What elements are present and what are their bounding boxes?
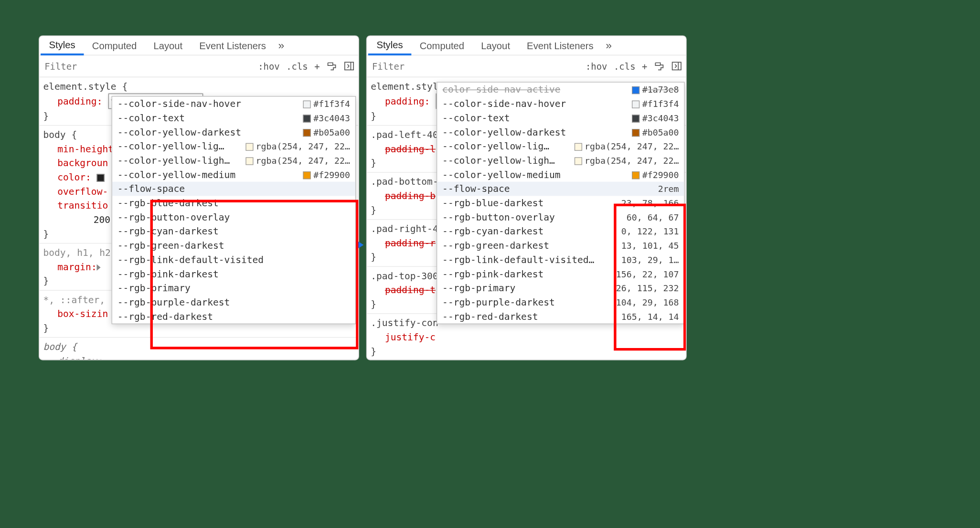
toggle-sidebar-icon[interactable] bbox=[344, 61, 355, 72]
dropdown-item[interactable]: --rgb-green-darkest13, 101, 45 bbox=[437, 239, 684, 253]
dropdown-item[interactable]: --rgb-purple-darkest104, 29, 168 bbox=[437, 295, 684, 309]
dropdown-item[interactable]: --rgb-button-overlay60, 64, 67 bbox=[437, 210, 684, 224]
tab-layout[interactable]: Layout bbox=[145, 36, 191, 55]
dropdown-item[interactable]: --flow-space2rem bbox=[437, 182, 684, 196]
prop-padding-top[interactable]: padding-t bbox=[385, 285, 436, 296]
prop-padding-left[interactable]: padding-l bbox=[385, 144, 436, 154]
prop-justify[interactable]: justify-c bbox=[371, 330, 682, 344]
styles-body: element.style { padding: var(--color-bg)… bbox=[39, 77, 358, 359]
dropdown-item[interactable]: --color-text#3c4043 bbox=[437, 111, 684, 125]
expand-icon[interactable] bbox=[97, 264, 101, 271]
paint-icon[interactable] bbox=[326, 61, 337, 72]
tab-styles[interactable]: Styles bbox=[368, 36, 411, 55]
dropdown-item[interactable]: --rgb-primary bbox=[112, 281, 355, 296]
autocomplete-dropdown[interactable]: --color-side-nav-hover#f1f3f4 --color-te… bbox=[112, 96, 356, 324]
tab-bar: Styles Computed Layout Event Listeners » bbox=[39, 36, 358, 56]
tab-more-icon[interactable]: » bbox=[602, 36, 616, 55]
paint-icon[interactable] bbox=[654, 61, 665, 72]
tab-event-listeners[interactable]: Event Listeners bbox=[519, 36, 602, 55]
dropdown-item[interactable]: --color-yellow-darkest#b05a00 bbox=[437, 125, 684, 139]
tab-layout[interactable]: Layout bbox=[473, 36, 519, 55]
styles-toolbar: :hov .cls + bbox=[39, 55, 358, 77]
prop-display[interactable]: display: bbox=[43, 354, 354, 359]
dropdown-item[interactable]: --color-yellow-ligh…rgba(254, 247, 22… bbox=[437, 153, 684, 168]
dropdown-item-truncated[interactable]: color side nav active#1a73e8 bbox=[437, 83, 684, 97]
hov-toggle[interactable]: :hov bbox=[258, 62, 280, 71]
new-rule-button[interactable]: + bbox=[314, 62, 320, 71]
prop-padding-bottom[interactable]: padding-b bbox=[385, 191, 436, 201]
filter-input[interactable] bbox=[371, 60, 579, 72]
dropdown-item[interactable]: --rgb-blue-darkest23, 78, 166 bbox=[437, 196, 684, 210]
hov-toggle[interactable]: :hov bbox=[586, 62, 607, 71]
dropdown-item[interactable]: --color-text#3c4043 bbox=[112, 111, 355, 125]
dropdown-item[interactable]: --color-side-nav-hover#f1f3f4 bbox=[112, 97, 355, 111]
dropdown-item[interactable]: --rgb-red-darkest165, 14, 14 bbox=[437, 309, 684, 324]
prop-padding-right[interactable]: padding-r bbox=[385, 238, 436, 248]
tab-computed[interactable]: Computed bbox=[84, 36, 145, 55]
new-rule-button[interactable]: + bbox=[642, 62, 647, 71]
dropdown-item[interactable]: --color-yellow-ligh…rgba(254, 247, 22… bbox=[112, 153, 355, 168]
dropdown-item[interactable]: --color-yellow-lig…rgba(254, 247, 22… bbox=[437, 139, 684, 154]
dropdown-item[interactable]: --rgb-pink-darkest156, 22, 107 bbox=[437, 267, 684, 281]
dropdown-item[interactable]: --color-yellow-medium#f29900 bbox=[437, 168, 684, 182]
dropdown-item[interactable]: --color-yellow-lig…rgba(254, 247, 22… bbox=[112, 139, 355, 154]
dropdown-item[interactable]: --color-yellow-darkest#b05a00 bbox=[112, 125, 355, 139]
toggle-sidebar-icon[interactable] bbox=[671, 61, 682, 72]
dropdown-item[interactable]: --rgb-cyan-darkest0, 122, 131 bbox=[437, 224, 684, 239]
styles-toolbar: :hov .cls + bbox=[367, 55, 686, 77]
selector: element.style bbox=[43, 81, 116, 92]
dropdown-item[interactable]: --rgb-blue-darkest bbox=[112, 196, 355, 210]
dropdown-item[interactable]: --rgb-red-darkest bbox=[112, 309, 355, 324]
dropdown-item[interactable]: --rgb-link-default-visited bbox=[112, 253, 355, 267]
tab-styles[interactable]: Styles bbox=[41, 36, 84, 55]
dropdown-item[interactable]: --flow-space bbox=[112, 182, 355, 196]
dropdown-item[interactable]: --color-yellow-medium#f29900 bbox=[112, 168, 355, 182]
tab-more-icon[interactable]: » bbox=[274, 36, 288, 55]
prop-padding[interactable]: padding bbox=[57, 96, 96, 106]
dropdown-item[interactable]: --rgb-link-default-visited…103, 29, 1… bbox=[437, 253, 684, 267]
autocomplete-dropdown[interactable]: color side nav active#1a73e8 --color-sid… bbox=[437, 82, 685, 324]
dropdown-item[interactable]: --rgb-cyan-darkest bbox=[112, 224, 355, 239]
dropdown-item[interactable]: --rgb-primary26, 115, 232 bbox=[437, 281, 684, 296]
cls-toggle[interactable]: .cls bbox=[286, 62, 308, 71]
filter-input[interactable] bbox=[43, 60, 251, 72]
dropdown-item[interactable]: --color-side-nav-hover#f1f3f4 bbox=[437, 97, 684, 111]
styles-body: element.style { padding: var(--color-bg)… bbox=[367, 77, 686, 359]
styles-panel-after: Styles Computed Layout Event Listeners »… bbox=[366, 35, 687, 360]
dropdown-item[interactable]: --rgb-green-darkest bbox=[112, 239, 355, 253]
dropdown-item[interactable]: --rgb-button-overlay bbox=[112, 210, 355, 224]
body2-rule[interactable]: body { display: margin: bbox=[39, 338, 358, 359]
dropdown-item[interactable]: --rgb-pink-darkest bbox=[112, 267, 355, 281]
dropdown-item[interactable]: --rgb-purple-darkest bbox=[112, 295, 355, 309]
tab-event-listeners[interactable]: Event Listeners bbox=[191, 36, 275, 55]
tab-bar: Styles Computed Layout Event Listeners » bbox=[367, 36, 686, 56]
styles-panel-before: Styles Computed Layout Event Listeners »… bbox=[39, 35, 359, 360]
cls-toggle[interactable]: .cls bbox=[614, 62, 636, 71]
tab-computed[interactable]: Computed bbox=[411, 36, 473, 55]
